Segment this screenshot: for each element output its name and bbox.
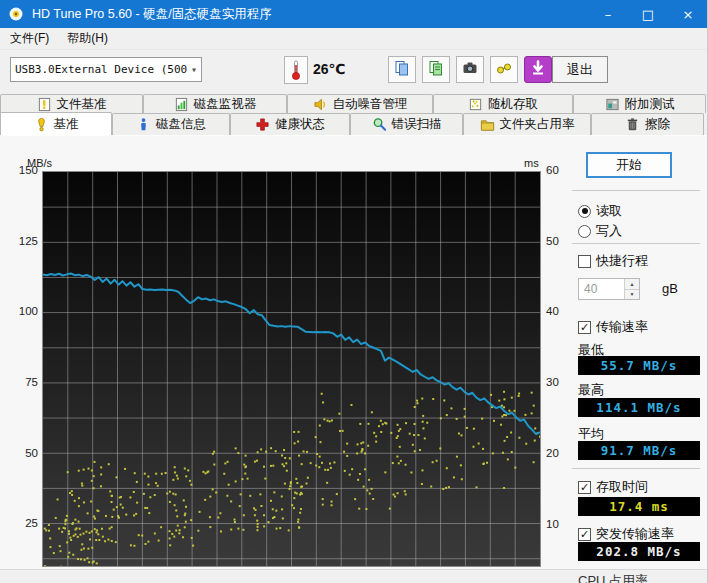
capacity-unit-label: gB bbox=[662, 281, 678, 296]
short-stroke-checkbox[interactable]: 快捷行程 bbox=[578, 252, 648, 270]
tab-health[interactable]: 健康状态 bbox=[230, 113, 350, 135]
menu-item-help[interactable]: 帮助(H) bbox=[59, 28, 116, 49]
app-icon bbox=[8, 6, 24, 22]
write-radio[interactable]: 写入 bbox=[578, 222, 622, 240]
min-display: 55.7 MB/s bbox=[578, 356, 700, 375]
copy-text-icon bbox=[427, 59, 445, 80]
tab-strip: 文件基准磁盘监视器自动噪音管理随机存取附加测试 基准磁盘信息健康状态错误扫描文件… bbox=[0, 93, 708, 135]
capacity-value: 40 bbox=[579, 279, 624, 299]
left-axis-tick: 25 bbox=[6, 517, 38, 529]
read-radio-label: 读取 bbox=[596, 202, 622, 220]
tab-aam[interactable]: 自动噪音管理 bbox=[287, 94, 433, 113]
hdtune-window: HD Tune Pro 5.60 - 硬盘/固态硬盘实用程序 – □ × 文件(… bbox=[0, 0, 708, 583]
tab-label: 错误扫描 bbox=[392, 116, 442, 133]
benchmark-icon bbox=[34, 117, 49, 132]
download-icon bbox=[529, 59, 547, 80]
random-access-icon bbox=[468, 97, 483, 112]
tab-random-access[interactable]: 随机存取 bbox=[433, 94, 573, 113]
benchmark-chart bbox=[42, 171, 541, 567]
left-axis-tick: 125 bbox=[6, 235, 38, 247]
device-select[interactable]: USB3.0External Device (500 gB) ▾ bbox=[10, 57, 202, 82]
write-radio-label: 写入 bbox=[596, 222, 622, 240]
transfer-rate-checkbox[interactable]: ✓ 传输速率 bbox=[578, 318, 648, 336]
start-button[interactable]: 开始 bbox=[586, 152, 672, 178]
spinner-up-icon: ▲ bbox=[625, 279, 639, 290]
burst-rate-display: 202.8 MB/s bbox=[578, 542, 700, 561]
tab-error-scan[interactable]: 错误扫描 bbox=[350, 113, 463, 135]
health-icon bbox=[255, 117, 270, 132]
maximize-button[interactable]: □ bbox=[628, 0, 668, 28]
tab-benchmark[interactable]: 基准 bbox=[0, 112, 112, 135]
screenshot-button[interactable] bbox=[456, 56, 484, 83]
disk-monitor-icon bbox=[174, 97, 189, 112]
exit-button[interactable]: 退出 bbox=[552, 56, 608, 83]
device-select-value: USB3.0External Device (500 gB) bbox=[15, 63, 189, 76]
extra-tests-icon bbox=[605, 97, 620, 112]
trash-icon bbox=[625, 117, 640, 132]
tab-label: 自动噪音管理 bbox=[333, 96, 408, 113]
tab-extra-tests[interactable]: 附加测试 bbox=[573, 94, 706, 113]
tab-folder-usage[interactable]: 文件夹占用率 bbox=[463, 113, 591, 135]
control-panel: 开始 读取 写入 快捷行程 40 ▲▼ gB ✓ 传输速率 最低 55.7 MB… bbox=[566, 140, 706, 583]
transfer-rate-label: 传输速率 bbox=[596, 318, 648, 336]
checkbox-checked-icon: ✓ bbox=[578, 528, 591, 541]
minimize-button[interactable]: – bbox=[588, 0, 628, 28]
burst-rate-label: 突发传输速率 bbox=[596, 525, 674, 543]
tab-label: 磁盘监视器 bbox=[194, 96, 257, 113]
copy-text-button[interactable] bbox=[422, 56, 450, 83]
checkbox-checked-icon: ✓ bbox=[578, 481, 591, 494]
read-radio[interactable]: 读取 bbox=[578, 202, 622, 220]
thermometer-icon bbox=[290, 59, 302, 81]
folder-icon bbox=[480, 117, 495, 132]
capacity-spinner[interactable]: ▲▼ bbox=[624, 279, 639, 299]
tab-disk-monitor[interactable]: 磁盘监视器 bbox=[143, 94, 287, 113]
file-benchmark-icon bbox=[37, 97, 52, 112]
download-button[interactable] bbox=[524, 56, 552, 83]
tab-erase[interactable]: 擦除 bbox=[591, 113, 704, 135]
chevron-down-icon: ▾ bbox=[191, 64, 197, 75]
glasses-button[interactable] bbox=[490, 56, 518, 83]
disk-info-icon bbox=[136, 117, 151, 132]
tab-label: 磁盘信息 bbox=[156, 116, 206, 133]
copy-pages-button[interactable] bbox=[388, 56, 416, 83]
tab-label: 附加测试 bbox=[625, 96, 675, 113]
radio-unselected-icon bbox=[578, 225, 591, 238]
max-display: 114.1 MB/s bbox=[578, 398, 700, 417]
checkbox-unchecked-icon bbox=[578, 255, 591, 268]
menu-item-file[interactable]: 文件(F) bbox=[2, 28, 57, 49]
tab-label: 健康状态 bbox=[275, 116, 325, 133]
tab-label: 擦除 bbox=[645, 116, 670, 133]
tab-label: 文件夹占用率 bbox=[500, 116, 575, 133]
temperature-button[interactable] bbox=[284, 56, 308, 84]
access-time-checkbox[interactable]: ✓ 存取时间 bbox=[578, 478, 648, 496]
tab-disk-info[interactable]: 磁盘信息 bbox=[112, 113, 230, 135]
avg-display: 91.7 MB/s bbox=[578, 441, 700, 460]
left-axis-tick: 150 bbox=[6, 164, 38, 176]
temperature-label: 26℃ bbox=[313, 61, 346, 77]
right-axis-unit: ms bbox=[524, 157, 539, 169]
cpu-usage-label: CPU 占用率 bbox=[578, 572, 648, 583]
speaker-icon bbox=[313, 97, 328, 112]
left-axis-tick: 50 bbox=[6, 447, 38, 459]
access-time-display: 17.4 ms bbox=[578, 497, 700, 516]
copy-pages-icon bbox=[393, 59, 411, 80]
toolbar: USB3.0External Device (500 gB) ▾ 26℃ 退出 bbox=[0, 50, 708, 92]
left-axis-tick: 100 bbox=[6, 305, 38, 317]
tab-label: 基准 bbox=[54, 116, 79, 133]
burst-rate-checkbox[interactable]: ✓ 突发传输速率 bbox=[578, 525, 674, 543]
camera-icon bbox=[461, 59, 479, 80]
title-bar: HD Tune Pro 5.60 - 硬盘/固态硬盘实用程序 – □ × bbox=[0, 0, 708, 28]
checkbox-checked-icon: ✓ bbox=[578, 321, 591, 334]
tab-file-benchmark[interactable]: 文件基准 bbox=[0, 94, 143, 113]
radio-selected-icon bbox=[578, 205, 591, 218]
close-button[interactable]: × bbox=[668, 0, 708, 28]
tab-label: 文件基准 bbox=[57, 96, 107, 113]
left-axis-tick: 75 bbox=[6, 376, 38, 388]
capacity-input[interactable]: 40 ▲▼ bbox=[578, 278, 640, 300]
short-stroke-label: 快捷行程 bbox=[596, 252, 648, 270]
glasses-icon bbox=[495, 59, 513, 80]
spinner-down-icon: ▼ bbox=[625, 290, 639, 300]
access-time-label: 存取时间 bbox=[596, 478, 648, 496]
menu-bar: 文件(F) 帮助(H) bbox=[0, 28, 708, 50]
max-label: 最高 bbox=[578, 381, 604, 399]
